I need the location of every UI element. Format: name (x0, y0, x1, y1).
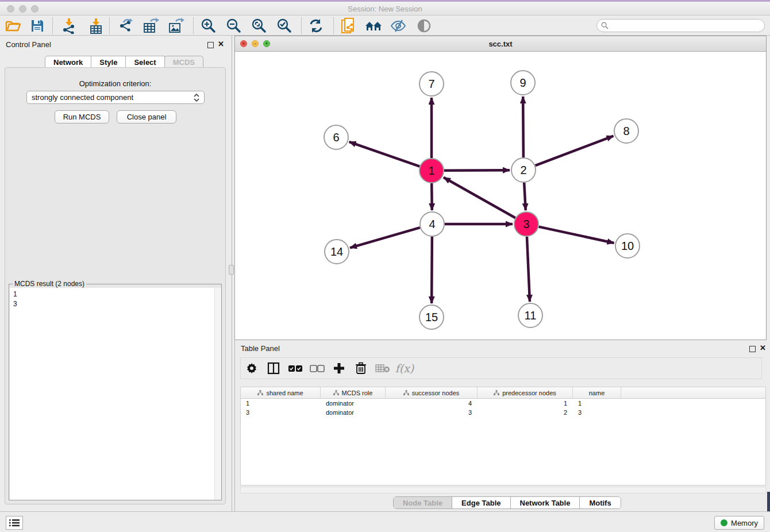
column-header-shared-name[interactable]: shared name (241, 387, 321, 398)
cell-predecessor-nodes: 1 (478, 399, 573, 408)
eye-slash-icon (390, 19, 407, 33)
export-network-button[interactable] (117, 17, 134, 34)
graph-edge-2-3[interactable] (524, 183, 526, 210)
list-icon (9, 519, 20, 527)
search-input[interactable] (611, 22, 764, 30)
table-panel: Table Panel ✕ (234, 340, 767, 511)
refresh-button[interactable] (307, 17, 325, 34)
toolbar-separator (301, 17, 302, 34)
tab-edge-table[interactable]: Edge Table (452, 497, 510, 508)
mcds-result-textarea[interactable]: 1 3 (10, 288, 221, 500)
show-columns-button[interactable] (263, 360, 284, 377)
table-type-tabs: Node Table Edge Table Network Table Moti… (393, 496, 621, 509)
status-bar: Memory (0, 511, 770, 532)
tab-network[interactable]: Network (45, 56, 91, 68)
graph-node-6[interactable]: 6 (324, 125, 348, 149)
table-settings-button[interactable] (241, 360, 263, 377)
import-table-button[interactable] (87, 17, 105, 34)
delete-column-button[interactable] (350, 360, 372, 377)
task-history-button[interactable] (6, 516, 23, 530)
graph-node-9[interactable]: 9 (511, 71, 535, 95)
import-network-button[interactable] (60, 17, 78, 34)
search-icon (601, 22, 609, 29)
graph-node-11[interactable]: 11 (518, 303, 542, 327)
hide-selected-button[interactable] (390, 17, 407, 34)
graph-edge-1-6[interactable] (349, 142, 420, 167)
graph-node-14[interactable]: 14 (325, 240, 349, 264)
zoom-selected-button[interactable] (276, 17, 293, 34)
plus-icon (333, 362, 345, 375)
close-table-panel-icon[interactable]: ✕ (760, 344, 766, 352)
zoom-in-button[interactable] (200, 17, 217, 34)
close-panel-button[interactable]: Close panel (117, 110, 176, 124)
memory-button[interactable]: Memory (714, 516, 764, 530)
table-horizontal-scrollbar[interactable] (240, 487, 766, 494)
tab-network-table[interactable]: Network Table (511, 497, 580, 508)
network-window-titlebar[interactable]: × − + scc.txt (235, 36, 766, 52)
graph-node-3[interactable]: 3 (514, 212, 538, 236)
column-header-predecessor-nodes[interactable]: predecessor nodes (478, 387, 573, 398)
graph-edge-2-8[interactable] (536, 136, 614, 166)
deselect-all-button[interactable] (306, 360, 328, 377)
column-label: name (589, 390, 605, 396)
delete-table-button[interactable] (372, 360, 394, 377)
save-floppy-icon (30, 19, 44, 33)
graph-node-7[interactable]: 7 (419, 72, 444, 96)
search-field[interactable] (596, 19, 765, 32)
result-scrollbar[interactable] (214, 288, 221, 500)
graph-node-2[interactable]: 2 (511, 158, 536, 182)
column-header-mcds-role[interactable]: MCDS role (321, 387, 386, 398)
column-header-name[interactable]: name (573, 387, 621, 398)
column-header-successor-nodes[interactable]: successor nodes (386, 387, 478, 398)
export-image-button[interactable] (168, 17, 185, 34)
function-builder-button[interactable]: f(x) (394, 360, 415, 377)
tab-node-table[interactable]: Node Table (394, 497, 452, 508)
column-type-icon (403, 390, 409, 396)
show-all-button[interactable] (415, 17, 433, 34)
graph-node-10[interactable]: 10 (615, 234, 640, 258)
tab-motifs[interactable]: Motifs (580, 497, 620, 508)
cell-shared-name: 3 (241, 408, 321, 417)
export-table-button[interactable] (143, 17, 160, 34)
checked-boxes-icon (288, 365, 303, 372)
node-table: shared name MCDS role successor nodes pr… (240, 387, 766, 485)
graph-node-1[interactable]: 1 (419, 159, 444, 183)
optimization-criterion-select[interactable]: strongly connected component (26, 91, 205, 104)
graph-edge-3-11[interactable] (527, 237, 530, 302)
run-mcds-button[interactable]: Run MCDS (55, 110, 109, 124)
graph-edge-3-10[interactable] (539, 227, 614, 243)
graph-edge-1-4[interactable] (432, 183, 432, 210)
close-panel-icon[interactable]: ✕ (218, 40, 224, 48)
graph-edge-1-2[interactable] (444, 170, 510, 171)
home-view-button[interactable] (365, 17, 382, 34)
float-panel-icon[interactable] (207, 42, 214, 48)
table-row[interactable]: 3 dominator 3 2 3 (241, 408, 765, 417)
unchecked-boxes-icon (310, 365, 325, 372)
graph-node-8[interactable]: 8 (614, 119, 638, 143)
graph-edge-2-9[interactable] (523, 97, 523, 157)
open-session-button[interactable] (5, 17, 22, 34)
network-graph[interactable]: 7968124314101511 (235, 52, 766, 340)
save-session-button[interactable] (29, 17, 46, 34)
graph-edge-4-15[interactable] (432, 237, 432, 303)
clone-network-button[interactable] (340, 17, 357, 34)
float-table-panel-icon[interactable] (749, 346, 756, 352)
cell-mcds-role: dominator (321, 408, 386, 417)
select-all-button[interactable] (284, 360, 306, 377)
graph-edge-4-14[interactable] (350, 228, 420, 248)
optimization-criterion-label: Optimization criterion: (5, 79, 225, 88)
vertical-splitter-grip[interactable] (229, 265, 234, 275)
zoom-out-button[interactable] (225, 17, 242, 34)
graph-node-4[interactable]: 4 (420, 212, 444, 236)
graph-node-15[interactable]: 15 (419, 305, 444, 329)
graph-edge-3-1[interactable] (444, 178, 515, 218)
network-canvas[interactable]: 7968124314101511 (235, 52, 766, 340)
tab-select[interactable]: Select (125, 56, 164, 68)
tab-style[interactable]: Style (91, 56, 126, 68)
main-titlebar: Session: New Session (0, 2, 770, 16)
tab-mcds[interactable]: MCDS (164, 56, 203, 68)
add-column-button[interactable] (328, 360, 350, 377)
svg-text:4: 4 (429, 218, 435, 230)
zoom-fit-button[interactable] (251, 17, 268, 34)
table-row[interactable]: 1 dominator 4 1 1 (241, 399, 765, 408)
